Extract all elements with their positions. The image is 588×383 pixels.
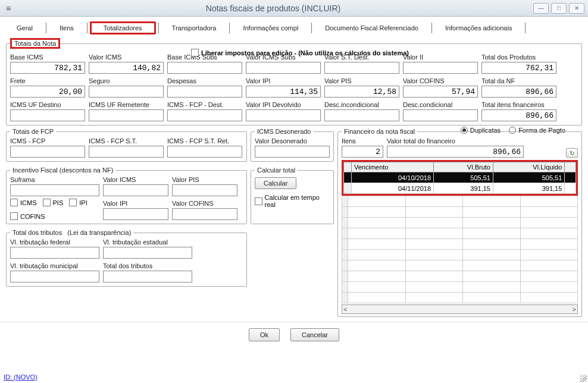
input-fin-valor-total[interactable]: 896,66	[387, 146, 524, 158]
tab-totalizadores[interactable]: Totalizadores	[90, 21, 156, 34]
label-valor-cofins: Valor COFINS	[403, 77, 478, 84]
input-valor-icms[interactable]: 140,82	[89, 62, 164, 74]
scroll-left-icon[interactable]: <	[343, 306, 347, 313]
h-scrollbar[interactable]: < >	[342, 304, 578, 314]
group-totais-nota: Totais da Nota Liberar impostos para edi…	[6, 38, 582, 125]
window-buttons: — □ ✕	[533, 3, 584, 14]
scroll-right-icon[interactable]: >	[573, 306, 576, 313]
input-valor-cofins[interactable]: 57,94	[403, 86, 478, 98]
calcular-button[interactable]: Calcular	[255, 177, 296, 189]
input-icms-fcp-st[interactable]	[89, 146, 164, 158]
label-icms-fcp: ICMS - FCP	[10, 137, 85, 145]
input-desc-incondicional[interactable]	[324, 109, 399, 121]
label-despesas: Despesas	[167, 77, 242, 84]
chk-ipi[interactable]: IPI	[69, 199, 87, 206]
input-trib-estadual[interactable]	[103, 247, 192, 259]
legend-financeiro: Financeiro da nota fiscal	[342, 128, 417, 135]
input-base-icms-subs[interactable]	[167, 62, 242, 74]
group-total-tributos: Total dos tributos (Lei da transparência…	[6, 229, 247, 287]
input-trib-municipal[interactable]	[10, 271, 99, 282]
input-valor-ii[interactable]	[403, 62, 478, 74]
financeiro-table[interactable]: Vencimento Vl.Bruto Vl.Líquido 04/10/201…	[343, 162, 576, 194]
label-total-produtos: Total dos Produtos	[481, 54, 556, 61]
tabs-bar: Geral Itens Totalizadores Transportadora…	[0, 17, 588, 34]
input-inc-valor-icms[interactable]	[103, 184, 168, 196]
input-despesas[interactable]	[167, 86, 242, 98]
label-trib-municipal: Vl. tributação municipal	[10, 262, 99, 269]
legend-calcular: Calcular total	[255, 167, 298, 174]
label-icms-fcp-dest: ICMS - FCP - Dest.	[167, 101, 242, 108]
col-vlbruto[interactable]: Vl.Bruto	[434, 162, 493, 172]
tab-info-adic[interactable]: Informações adicionais	[434, 22, 523, 34]
cancelar-button[interactable]: Cancelar	[290, 328, 339, 341]
input-base-icms[interactable]: 782,31	[10, 62, 85, 74]
input-inc-valor-cofins[interactable]	[172, 208, 237, 220]
tab-doc-ref[interactable]: Documento Fiscal Referenciado	[314, 22, 429, 34]
close-button[interactable]: ✕	[569, 3, 584, 14]
input-trib-federal[interactable]	[10, 247, 99, 259]
ok-button[interactable]: Ok	[249, 328, 280, 341]
label-fin-itens: Itens	[342, 137, 383, 145]
label-total-itens-fin: Total itens financeiros	[481, 101, 556, 108]
input-icms-fcp[interactable]	[10, 146, 85, 158]
resize-grip-icon[interactable]	[580, 375, 587, 382]
tab-transportadora[interactable]: Transportadora	[161, 22, 227, 34]
label-frete: Frete	[10, 77, 85, 84]
label-inc-valor-ipi: Valor IPI	[103, 200, 168, 207]
tab-geral[interactable]: Geral	[6, 22, 43, 34]
legend-incentivo: Incentivo Fiscal (descontos na NF)	[10, 167, 115, 174]
group-icms-desonerado: ICMS Desonerado Valor Desonerado	[251, 128, 334, 162]
input-icms-fcp-st-ret[interactable]	[167, 146, 242, 158]
label-valor-ii: Valor II	[403, 54, 478, 61]
input-valor-st-dest[interactable]	[324, 62, 399, 74]
label-valor-ipi-devolvido: Valor IPI Devolvido	[246, 101, 321, 108]
minimize-button[interactable]: —	[533, 3, 549, 14]
input-total-itens-fin[interactable]: 896,66	[481, 109, 556, 121]
label-valor-desonerado: Valor Desonerado	[255, 137, 330, 145]
id-link[interactable]: ID: (NOVO)	[4, 373, 37, 381]
label-icms-uf-remetente: ICMS UF Remetente	[89, 101, 164, 108]
input-valor-desonerado[interactable]	[255, 146, 330, 158]
label-suframa: Suframa	[10, 176, 99, 183]
input-valor-ipi-devolvido[interactable]	[246, 109, 321, 121]
input-inc-valor-ipi[interactable]	[103, 208, 168, 220]
input-valor-icms-subs[interactable]	[246, 62, 321, 74]
label-valor-icms: Valor ICMS	[89, 54, 164, 61]
label-seguro: Seguro	[89, 77, 164, 84]
input-trib-total[interactable]	[103, 271, 192, 282]
window-title: Notas fiscais de produtos (INCLUIR)	[13, 4, 533, 13]
input-seguro[interactable]	[89, 86, 164, 98]
input-valor-pis[interactable]: 12,58	[324, 86, 399, 98]
col-vencimento[interactable]: Vencimento	[352, 162, 434, 172]
input-icms-fcp-dest[interactable]	[167, 109, 242, 121]
table-row[interactable]: 04/11/2018 391,15 391,15	[344, 183, 576, 194]
menu-icon[interactable]: ≡	[4, 4, 13, 12]
tab-info-compl[interactable]: Informações compl	[232, 22, 309, 34]
input-suframa[interactable]	[10, 184, 99, 196]
input-icms-uf-remetente[interactable]	[89, 109, 164, 121]
input-frete[interactable]: 20,00	[10, 86, 85, 98]
input-valor-ipi[interactable]: 114,35	[246, 86, 321, 98]
chk-tempo-real[interactable]: Calcular em tempo real	[255, 194, 330, 208]
col-vlliquido[interactable]: Vl.Líquido	[493, 162, 565, 172]
table-row[interactable]: 04/10/2018 505,51 505,51	[344, 172, 576, 183]
input-total-produtos[interactable]: 762,31	[481, 62, 556, 74]
input-icms-uf-destino[interactable]	[10, 109, 85, 121]
maximize-button[interactable]: □	[551, 3, 567, 14]
chk-pis[interactable]: PIS	[43, 199, 64, 206]
input-inc-valor-pis[interactable]	[172, 184, 237, 196]
liberar-checkbox[interactable]: Liberar impostos para edição - (Não util…	[191, 49, 409, 56]
group-calcular: Calcular total Calcular Calcular em temp…	[251, 167, 334, 224]
input-total-nf[interactable]: 896,66	[481, 86, 556, 98]
col-pagto[interactable]	[565, 162, 576, 172]
label-inc-valor-pis: Valor PIS	[172, 176, 237, 183]
label-total-nf: Total da NF	[481, 77, 556, 84]
label-inc-valor-icms: Valor ICMS	[103, 176, 168, 183]
input-fin-itens[interactable]: 2	[342, 146, 383, 158]
refresh-icon[interactable]: ↻	[566, 148, 578, 158]
chk-cofins[interactable]: COFINS	[10, 212, 45, 220]
tab-itens[interactable]: Itens	[49, 22, 85, 34]
chk-icms[interactable]: ICMS	[10, 199, 37, 206]
input-desc-condicional[interactable]	[403, 109, 478, 121]
label-base-icms: Base ICMS	[10, 54, 85, 61]
